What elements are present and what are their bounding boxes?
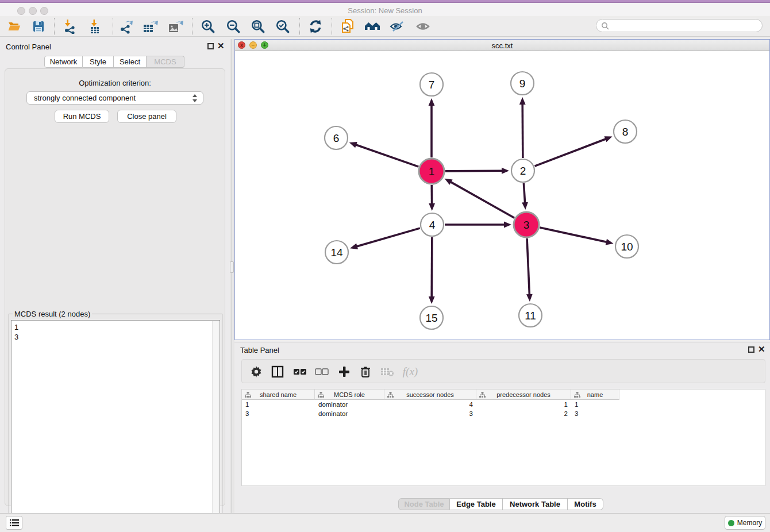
trash-icon: [360, 365, 371, 378]
toolbar-separator: [54, 18, 55, 35]
zoom-in-button[interactable]: [198, 18, 218, 34]
edge-3-10[interactable]: [540, 228, 607, 242]
table-toolbar: f(x): [241, 359, 765, 383]
tab-network-table[interactable]: Network Table: [503, 498, 568, 510]
cell-shared-name[interactable]: 3: [242, 410, 315, 419]
delete-column-button[interactable]: [379, 363, 396, 380]
zoom-fit-button[interactable]: [248, 18, 268, 34]
tab-mcds[interactable]: MCDS: [147, 56, 184, 68]
network-window-titlebar[interactable]: x − + scc.txt: [235, 40, 769, 51]
task-history-button[interactable]: [6, 516, 22, 530]
hierarchy-icon: [479, 392, 486, 398]
open-folder-icon: [7, 20, 22, 33]
unchecked-boxes-icon: [315, 368, 329, 376]
cell-MCDS-role[interactable]: dominator: [315, 410, 384, 419]
search-field[interactable]: [596, 19, 763, 32]
column-header-name[interactable]: name: [571, 390, 619, 400]
export-image-button[interactable]: [166, 18, 186, 34]
edge-4-15[interactable]: [432, 237, 432, 298]
hide-selected-button[interactable]: [387, 18, 407, 34]
edge-arrowhead: [526, 294, 533, 302]
column-header-predecessor-nodes[interactable]: predecessor nodes: [476, 390, 571, 400]
table-panel-close-icon[interactable]: ✕: [758, 344, 765, 354]
column-header-successor-nodes[interactable]: successor nodes: [384, 390, 476, 400]
checked-boxes-icon: [293, 368, 307, 376]
tab-select[interactable]: Select: [114, 56, 147, 68]
table-panel: Table Panel ✕: [234, 342, 770, 513]
delete-row-button[interactable]: [357, 363, 374, 380]
column-header-MCDS-role[interactable]: MCDS role: [315, 390, 384, 400]
criterion-value: strongly connected component: [34, 94, 136, 102]
splitter-line: [232, 39, 232, 513]
edge-3-11[interactable]: [527, 238, 529, 295]
graph-node-label: 7: [429, 79, 435, 91]
tab-style[interactable]: Style: [83, 56, 114, 68]
refresh-icon: [308, 19, 323, 34]
edge-arrowhead: [504, 222, 511, 228]
export-image-icon: [168, 19, 184, 34]
edge-2-8[interactable]: [535, 138, 607, 166]
apply-function-button[interactable]: f(x): [398, 363, 422, 380]
plus-icon: [338, 365, 351, 378]
table-settings-button[interactable]: [248, 363, 265, 380]
table-panel-float-button[interactable]: [748, 346, 754, 353]
show-columns-button[interactable]: [269, 363, 286, 380]
table-row[interactable]: 1dominator411: [242, 400, 619, 410]
edge-1-6[interactable]: [355, 145, 418, 167]
unselect-all-button[interactable]: [313, 363, 330, 380]
zoom-out-button[interactable]: [224, 18, 243, 34]
network-canvas[interactable]: 7968124314101511: [235, 51, 769, 340]
mcds-result-textarea[interactable]: 13: [11, 320, 220, 531]
control-panel-float-button[interactable]: [207, 43, 214, 49]
export-table-button[interactable]: [141, 18, 160, 34]
result-scrollbar[interactable]: [212, 321, 219, 531]
open-session-button[interactable]: [5, 18, 24, 34]
edge-2-3[interactable]: [523, 183, 525, 203]
toolbar-separator: [332, 18, 332, 35]
edge-3-1[interactable]: [450, 182, 514, 218]
select-all-button[interactable]: [291, 363, 309, 380]
criterion-dropdown[interactable]: strongly connected component: [26, 91, 203, 105]
cell-name[interactable]: 3: [571, 410, 619, 419]
hierarchy-icon: [318, 392, 324, 398]
edge-4-14[interactable]: [356, 228, 420, 246]
run-mcds-button[interactable]: Run MCDS: [55, 110, 109, 123]
tab-edge-table[interactable]: Edge Table: [450, 498, 503, 510]
save-session-button[interactable]: [29, 18, 48, 34]
cell-successor-nodes[interactable]: 3: [384, 410, 476, 419]
import-table-button[interactable]: [85, 18, 105, 34]
zoom-selected-icon: [275, 19, 290, 34]
cell-shared-name[interactable]: 1: [242, 400, 315, 410]
tab-motifs[interactable]: Motifs: [568, 498, 603, 510]
cell-predecessor-nodes[interactable]: 2: [476, 410, 571, 419]
cell-predecessor-nodes[interactable]: 1: [476, 400, 571, 410]
tab-network[interactable]: Network: [44, 56, 83, 68]
add-column-button[interactable]: [336, 363, 353, 380]
import-network-button[interactable]: [60, 18, 79, 34]
memory-button[interactable]: Memory: [725, 516, 765, 530]
splitter-handle[interactable]: [230, 261, 234, 273]
edge-1-2[interactable]: [445, 171, 503, 171]
export-network-button[interactable]: [116, 18, 136, 34]
show-all-button[interactable]: [413, 18, 433, 34]
cell-MCDS-role[interactable]: dominator: [315, 400, 384, 410]
close-panel-button[interactable]: Close panel: [117, 110, 176, 123]
edge-2-9[interactable]: [522, 103, 523, 158]
refresh-layout-button[interactable]: [306, 18, 325, 34]
duplicate-network-button[interactable]: [338, 18, 357, 34]
cell-successor-nodes[interactable]: 4: [384, 400, 476, 410]
table-row[interactable]: 3dominator323: [242, 410, 619, 419]
delete-table-icon: [380, 367, 394, 377]
first-neighbors-button[interactable]: [363, 18, 382, 34]
search-input[interactable]: [612, 22, 762, 30]
control-panel-close-icon[interactable]: ✕: [217, 41, 225, 51]
zoom-selected-button[interactable]: [273, 18, 292, 34]
table-panel-title: Table Panel: [240, 346, 279, 354]
save-disk-icon: [32, 20, 45, 33]
eye-slash-icon: [389, 20, 405, 33]
app-title: Session: New Session: [0, 6, 770, 15]
cell-name[interactable]: 1: [571, 400, 619, 410]
panel-splitter[interactable]: [230, 39, 234, 513]
column-header-shared-name[interactable]: shared name: [242, 390, 315, 400]
tab-node-table[interactable]: Node Table: [398, 498, 450, 510]
